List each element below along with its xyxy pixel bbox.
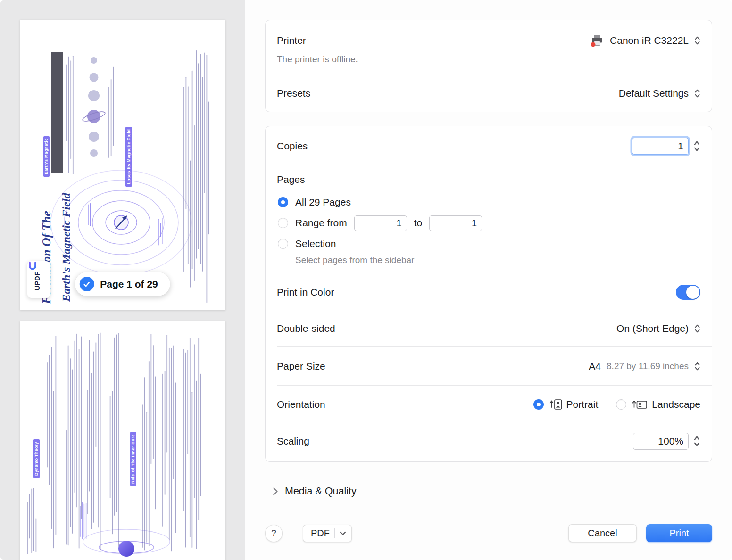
page-range-option[interactable]: Range from to (277, 213, 700, 233)
pdf-label: PDF (311, 528, 330, 539)
printer-label: Printer (277, 35, 306, 46)
paper-size-select[interactable]: A4 8.27 by 11.69 inches (589, 361, 700, 372)
page2-highlight-label-1: Dynamo Theory (33, 439, 40, 478)
page2-artwork (20, 321, 225, 560)
print-dialog-window: Earth's Magnetic Loses Its Magnetic Fiel… (0, 0, 732, 560)
core-sphere (118, 541, 134, 557)
printer-select[interactable]: Canon iR C3222L (590, 34, 700, 47)
paper-size-label: Paper Size (277, 361, 325, 372)
double-sided-select[interactable]: On (Short Edge) (616, 323, 700, 334)
pages-label: Pages (277, 174, 700, 185)
selected-text-block (51, 52, 63, 173)
range-to-input[interactable] (429, 215, 482, 231)
scaling-stepper[interactable] (693, 435, 700, 448)
page2-highlight-label-2: Role Of The Inner Core (130, 432, 136, 486)
all-pages-option[interactable]: All 29 Pages (277, 192, 700, 213)
printer-icon (590, 34, 604, 47)
footer: ? PDF Cancel Print (245, 506, 732, 560)
check-icon (79, 277, 94, 291)
radio-selected-icon (533, 399, 544, 410)
landscape-icon (631, 398, 648, 411)
double-sided-value: On (Short Edge) (616, 323, 689, 334)
updf-watermark: UPDF (27, 261, 50, 298)
portrait-icon (548, 398, 562, 411)
page1-highlight-label-2: Loses Its Magnetic Field (125, 127, 132, 187)
divider (334, 528, 335, 538)
selection-option[interactable]: Selection (277, 233, 700, 254)
radio-icon (278, 239, 288, 249)
chevron-up-down-icon (694, 361, 700, 371)
print-settings-panel: Printer Canon iR C3222L The printer is o… (245, 0, 732, 560)
print-in-color-label: Print in Color (277, 287, 334, 298)
page-thumbnail-2[interactable]: Dynamo Theory Role Of The Inner Core (20, 321, 225, 560)
chevron-right-icon (273, 487, 278, 496)
landscape-label: Landscape (652, 399, 700, 410)
page-thumbnail-1[interactable]: Earth's Magnetic Loses Its Magnetic Fiel… (20, 20, 225, 310)
range-from-input[interactable] (354, 215, 407, 231)
chevron-up-down-icon (694, 323, 700, 334)
scaling-label: Scaling (277, 436, 309, 447)
cancel-button[interactable]: Cancel (568, 524, 637, 542)
pages-section: Pages All 29 Pages Range from to Selecti… (266, 166, 712, 274)
paper-size-detail: 8.27 by 11.69 inches (607, 361, 689, 371)
portrait-label: Portrait (566, 399, 599, 410)
radio-selected-icon (278, 197, 288, 207)
copies-stepper[interactable] (693, 140, 700, 153)
media-quality-disclosure[interactable]: Media & Quality (273, 482, 357, 501)
printer-presets-card: Printer Canon iR C3222L The printer is o… (265, 20, 712, 112)
preview-sidebar: Earth's Magnetic Loses Its Magnetic Fiel… (0, 0, 245, 560)
scaling-input[interactable] (633, 433, 689, 450)
media-quality-label: Media & Quality (285, 486, 357, 497)
presets-select[interactable]: Default Settings (619, 88, 700, 99)
help-button[interactable]: ? (265, 525, 283, 542)
print-in-color-toggle[interactable] (676, 285, 700, 300)
portrait-option[interactable]: Portrait (533, 398, 599, 411)
print-button[interactable]: Print (646, 524, 712, 542)
updf-label: UPDF (34, 272, 41, 290)
double-sided-label: Double-sided (277, 323, 335, 334)
printer-value: Canon iR C3222L (610, 35, 689, 46)
presets-value: Default Settings (619, 88, 689, 99)
updf-logo-icon (27, 261, 38, 272)
all-pages-label: All 29 Pages (295, 197, 351, 208)
radio-icon (278, 218, 288, 228)
printer-status: The printer is offline. (277, 54, 700, 65)
chevron-up-down-icon (694, 35, 700, 46)
planet-icons (87, 57, 100, 157)
print-options-card: Copies Pages All 29 Pages Range from to (265, 126, 712, 462)
page-indicator: Page 1 of 29 (75, 272, 170, 296)
page-indicator-label: Page 1 of 29 (100, 279, 158, 290)
landscape-option[interactable]: Landscape (616, 398, 700, 411)
page1-highlight-label-1: Earth's Magnetic (43, 136, 50, 177)
range-from-label: Range from (295, 217, 347, 229)
doc-title-line2: Earth's Magnetic Field (60, 193, 72, 302)
chevron-down-icon (340, 531, 346, 535)
orientation-label: Orientation (277, 399, 325, 410)
presets-label: Presets (277, 88, 310, 99)
selection-hint: Select pages from the sidebar (295, 255, 700, 265)
copies-label: Copies (277, 140, 308, 152)
chevron-up-down-icon (694, 88, 700, 99)
copies-input[interactable] (632, 138, 689, 155)
pdf-menu-button[interactable]: PDF (303, 525, 352, 542)
radio-icon (616, 399, 626, 410)
paper-size-value: A4 (589, 361, 601, 372)
selection-label: Selection (295, 238, 336, 249)
range-to-label: to (414, 217, 423, 229)
